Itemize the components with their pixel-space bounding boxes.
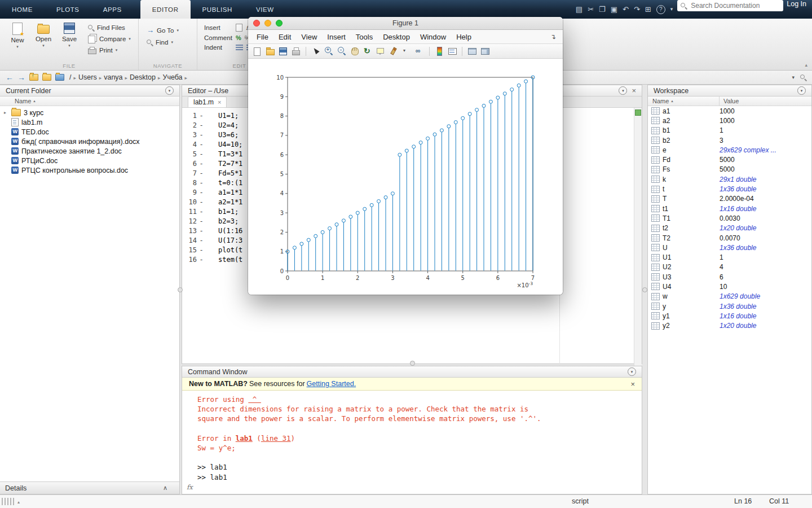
address-search-icon[interactable] [800,75,806,81]
breadcrumb-segment[interactable]: Desktop [129,73,157,81]
breakpoint-dash[interactable]: - [197,246,206,255]
pan-icon[interactable] [350,46,359,56]
ribbon-tab[interactable]: HOME [0,0,45,19]
error-link[interactable]: ^ [248,395,261,404]
workspace-variable-row[interactable]: T1 0.0030 [648,213,811,223]
switch-window-icon[interactable]: ⊞ [645,5,651,14]
panel-menu-icon[interactable]: ▾ [797,86,806,95]
figure-menu-item[interactable]: Edit [273,33,296,41]
minimize-window-icon[interactable] [264,20,271,27]
breakpoint-dash[interactable]: - [197,111,206,121]
breakpoint-dash[interactable]: - [197,198,206,207]
editor-close-icon[interactable]: × [632,87,636,94]
workspace-variable-row[interactable]: b1 1 [648,126,811,135]
cut-icon[interactable]: ✂ [588,5,594,14]
breadcrumb-root[interactable]: / [68,73,72,81]
back-icon[interactable]: ← [6,73,14,82]
undo-icon[interactable]: ↶ [623,5,629,14]
error-link[interactable]: line 31 [261,434,291,443]
compare-button[interactable]: Compare ▾ [88,34,131,43]
details-expand-icon[interactable]: ∧ [163,484,167,492]
workspace-variable-row[interactable]: T2 0.0070 [648,233,811,243]
breakpoint-dash[interactable]: - [197,226,206,236]
statusbar-caret-icon[interactable]: ▴ [17,500,20,505]
figure-window[interactable]: Figure 1 File Edit View Insert Tools Des… [248,17,563,295]
workspace-variable-row[interactable]: U3 6 [648,272,811,282]
breadcrumb-segment[interactable]: Users [77,73,98,81]
close-window-icon[interactable] [253,20,260,27]
paste-icon[interactable]: ▣ [611,5,617,14]
link-plot-icon[interactable] [415,46,424,56]
workspace-variable-row[interactable]: U2 4 [648,262,811,272]
breakpoint-dash[interactable]: - [197,255,206,265]
comment-icon[interactable] [236,34,241,41]
expander-icon[interactable]: ▸ [4,110,8,115]
breakpoint-dash[interactable]: - [197,188,206,198]
workspace-variable-row[interactable]: a2 1000 [648,116,811,125]
open-button[interactable]: Open ▾ [32,23,55,54]
right-splitter-grip[interactable] [642,287,647,292]
breakpoint-dash[interactable]: - [197,130,206,140]
resize-grip-icon[interactable] [2,498,15,505]
zoom-window-icon[interactable] [276,20,283,27]
breakpoint-dash[interactable]: - [197,169,206,178]
breakpoint-dash[interactable]: - [197,207,206,217]
breakpoint-dash[interactable]: - [197,121,206,130]
name-column-header[interactable]: Name ▴ [0,97,179,106]
brush-icon[interactable] [389,46,398,56]
figure-menu-item[interactable]: Tools [351,33,378,41]
new-figure-icon[interactable] [253,46,262,56]
workspace-variable-row[interactable]: w 1x629 double [648,292,811,301]
ribbon-collapse-icon[interactable]: ▴ [805,62,807,68]
command-prompt-line[interactable]: fx >> [197,482,642,492]
workspace-variable-row[interactable]: t1 1x16 double [648,204,811,213]
file-row[interactable]: ▸ lab1.m [0,117,179,127]
name-column-header[interactable]: Name ▴ [648,97,720,106]
browse-folder-icon[interactable] [42,74,51,81]
save-figure-icon[interactable] [279,46,288,56]
workspace-variable-row[interactable]: y 1x36 double [648,301,811,311]
error-link[interactable]: lab1 [236,434,253,443]
file-row[interactable]: ▸ 3 курс [0,108,179,117]
qat-dropdown-icon[interactable]: ▾ [670,5,673,14]
workspace-variable-row[interactable]: y2 1x20 double [648,321,811,331]
ribbon-tab[interactable]: EDITOR [140,0,191,19]
file-row[interactable]: ▸ Практическое занятие 1_2.doc [0,146,179,156]
breadcrumb-segment[interactable]: Учеба [161,73,183,81]
ribbon-tab[interactable]: APPS [91,0,134,19]
file-row[interactable]: ▸ РТЦиС.doc [0,156,179,165]
banner-close-icon[interactable]: × [630,380,635,388]
workspace-variable-row[interactable]: a1 1000 [648,106,811,116]
file-row[interactable]: ▸ TED.doc [0,127,179,137]
panel-menu-icon[interactable]: ▾ [628,367,636,376]
workspace-variable-row[interactable]: t 1x36 double [648,184,811,194]
data-cursor-icon[interactable] [376,46,385,56]
find-files-button[interactable]: Find Files [88,24,131,31]
workspace-variable-row[interactable]: T 2.0000e-04 [648,194,811,204]
insert-colorbar-icon[interactable] [435,46,444,56]
breakpoint-dash[interactable]: - [197,217,206,226]
figure-menu-item[interactable]: File [251,33,273,41]
workspace-variable-row[interactable]: t2 1x20 double [648,224,811,233]
save-icon[interactable]: ▤ [576,5,582,14]
workspace-variable-row[interactable]: U 1x36 double [648,243,811,252]
search-input[interactable] [690,1,771,10]
breakpoint-dash[interactable]: - [197,150,206,159]
redo-icon[interactable]: ↷ [634,5,640,14]
workspace-variable-row[interactable]: b2 3 [648,135,811,145]
zoom-in-icon[interactable] [324,46,333,56]
figure-menu-item[interactable]: Window [415,33,451,41]
breakpoint-dash[interactable]: - [197,159,206,169]
print-button[interactable]: Print ▾ [88,46,131,54]
command-window-body[interactable]: Error using ^ Incorrect dimensions for r… [182,391,642,492]
up-one-level-icon[interactable] [29,74,38,81]
figure-menu-item[interactable]: Desktop [378,33,415,41]
rotate-3d-icon[interactable] [363,46,372,56]
dropdown-caret[interactable] [402,46,411,56]
workspace-variable-row[interactable]: U4 10 [648,282,811,291]
search-documentation-box[interactable] [677,0,783,11]
open-figure-icon[interactable] [266,46,275,56]
workspace-variable-row[interactable]: U1 1 [648,252,811,262]
save-button[interactable]: Save ▾ [58,23,81,54]
fx-icon[interactable]: fx [187,483,193,492]
